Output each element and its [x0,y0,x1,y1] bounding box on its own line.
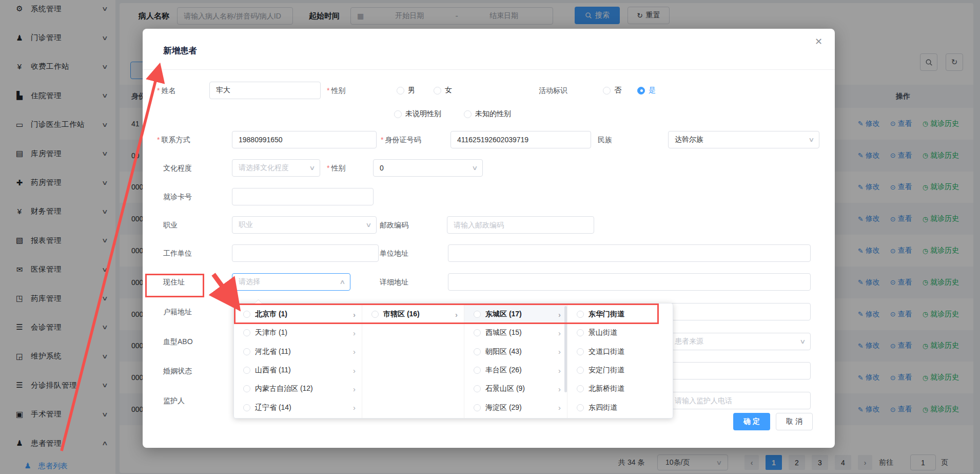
gender-unknown-radio[interactable]: 未知的性别 [464,105,511,123]
cascader-option-label: 东华门街道 [589,310,624,319]
radio-icon[interactable] [577,329,584,336]
name-input[interactable] [209,82,321,99]
cascader-city-option[interactable]: 市辖区 (16) › [362,305,464,324]
guardian-label: 监护人 [163,392,185,409]
cascader-district-option[interactable]: 石景山区 (9) › [464,380,567,398]
scrollbar[interactable] [564,306,567,392]
cascader-district-option[interactable]: 西城区 (15) › [464,324,567,342]
cascader-option-label: 景山街道 [589,328,617,337]
radio-icon[interactable] [243,348,250,355]
gender-male-radio[interactable]: 男 [397,82,415,99]
radio-icon[interactable] [243,367,250,374]
radio-icon[interactable] [474,367,481,374]
chevron-right-icon: › [353,310,356,319]
cascader-province-option[interactable]: 辽宁省 (14) › [234,398,362,416]
radio-icon[interactable] [474,311,481,318]
cascader-province-option[interactable]: 河北省 (11) › [234,343,362,361]
gender-select[interactable]: 0 ∨ [373,159,483,177]
ethnicity-select[interactable]: 达斡尔族 ∨ [668,131,819,148]
radio-icon [397,87,404,94]
chevron-right-icon: › [558,366,561,375]
work-unit-input[interactable] [232,244,379,262]
cascader-district-option[interactable]: 东城区 (17) › [464,305,567,324]
radio-icon[interactable] [577,348,584,355]
guardian-phone-input[interactable] [668,392,811,409]
radio-icon[interactable] [243,404,250,411]
occupation-label: 职业 [163,216,178,234]
cascader-province-option[interactable]: 天津市 (1) › [234,324,362,342]
address-cascader-panel: 北京市 (1) › 天津市 (1) › 河北省 (11) › 山西省 (11) … [233,303,673,419]
radio-icon[interactable] [474,404,481,411]
chevron-right-icon: › [558,310,561,319]
cascader-option-label: 山西省 (11) [255,366,291,375]
active-no-radio[interactable]: 否 [603,82,621,99]
cascader-district-option[interactable]: 丰台区 (26) › [464,361,567,380]
chevron-up-icon: ∧ [339,278,345,286]
chevron-down-icon: ∨ [799,338,806,345]
radio-icon[interactable] [371,311,379,318]
radio-icon[interactable] [243,385,250,392]
radio-icon[interactable] [474,385,481,392]
cascader-street-option[interactable]: 东华门街道 [567,305,672,324]
card-no-label: 就诊卡号 [163,188,192,205]
cascader-street-option[interactable]: 东四街道 [567,398,672,416]
close-icon[interactable]: ✕ [815,36,822,47]
chevron-right-icon: › [558,329,561,337]
gender-female-radio[interactable]: 女 [434,82,452,99]
confirm-button[interactable]: 确 定 [733,413,770,430]
education-label: 文化程度 [163,159,192,177]
radio-icon[interactable] [474,329,481,336]
gender-unspecified-radio[interactable]: 未说明性别 [394,105,441,123]
unit-address-input[interactable] [448,244,811,262]
chevron-down-icon: ∨ [365,221,371,229]
cascader-option-label: 北京市 (1) [255,310,287,319]
id-number-input[interactable] [450,131,591,148]
gender-label: *性别 [327,82,345,99]
radio-icon[interactable] [243,329,250,336]
card-no-input[interactable] [232,188,374,205]
current-address-select[interactable]: 请选择 ∧ [232,273,350,291]
cascader-street-option[interactable]: 交道口街道 [567,343,672,361]
cascader-street-option[interactable]: 景山街道 [567,324,672,342]
cascader-street-option[interactable]: 北新桥街道 [567,380,672,398]
id-number-label: *身份证号码 [381,131,421,148]
cascader-option-label: 东城区 (17) [485,310,522,319]
cascader-option-label: 海淀区 (29) [485,403,522,412]
cancel-button[interactable]: 取 消 [776,413,813,430]
postcode-label: 邮政编码 [380,216,408,234]
chevron-right-icon: › [353,385,356,393]
screen: ⚙ 系统管理 ∨ ♟ 门诊管理 ∨ ¥ 收费工作站 ∨ ▙ 住院管理 ∨ [0,0,980,474]
chevron-down-icon: ∨ [309,164,315,172]
cascader-district-option[interactable]: 朝阳区 (43) › [464,343,567,361]
chevron-right-icon: › [353,366,356,375]
detail-address-input[interactable] [448,273,811,291]
occupation-select[interactable]: 职业 ∨ [232,216,377,234]
cascader-province-option[interactable]: 山西省 (11) › [234,361,362,380]
contact-input[interactable] [232,131,377,148]
cascader-province-option[interactable]: 北京市 (1) › [234,305,362,324]
radio-icon[interactable] [577,367,584,374]
name-label: *姓名 [157,82,175,99]
postcode-input[interactable] [447,216,594,234]
radio-icon [434,87,441,94]
cascader-street-option[interactable]: 安定门街道 [567,361,672,380]
radio-icon[interactable] [243,311,250,318]
chevron-down-icon: ∨ [472,164,478,172]
chevron-right-icon: › [353,403,356,412]
cascader-option-label: 内蒙古自治区 (12) [255,384,313,393]
radio-icon[interactable] [577,311,584,318]
patient-source-select[interactable]: 患者来源 ∨ [668,333,811,350]
cascader-option-label: 交道口街道 [589,347,624,356]
cascader-province-option[interactable]: 内蒙古自治区 (12) › [234,380,362,398]
cascader-option-label: 安定门街道 [589,366,624,375]
radio-icon[interactable] [577,385,584,392]
radio-icon[interactable] [577,404,584,411]
cascader-district-option[interactable]: 海淀区 (29) › [464,398,567,416]
divider [143,69,835,70]
radio-icon[interactable] [474,348,481,355]
education-select[interactable]: 请选择文化程度 ∨ [232,159,320,177]
chevron-right-icon: › [353,347,356,356]
active-yes-radio[interactable]: 是 [637,82,656,99]
cascader-option-label: 石景山区 (9) [485,384,525,393]
cascader-option-label: 丰台区 (26) [485,366,522,375]
